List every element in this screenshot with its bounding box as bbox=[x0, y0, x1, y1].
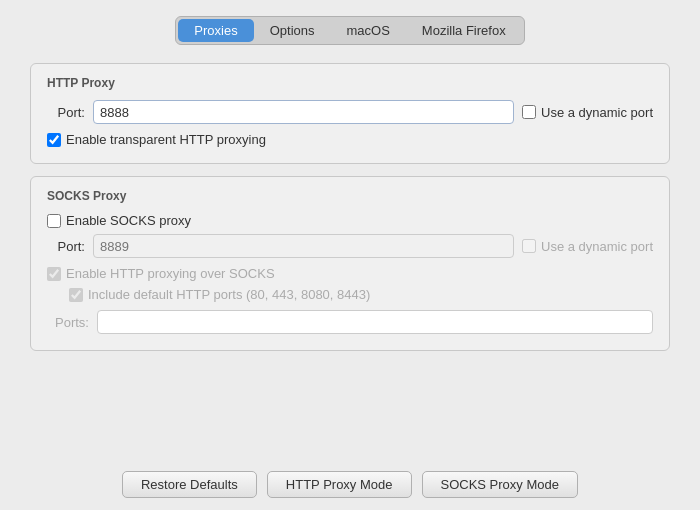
http-transparent-label[interactable]: Enable transparent HTTP proxying bbox=[47, 132, 266, 147]
http-proxy-mode-button[interactable]: HTTP Proxy Mode bbox=[267, 471, 412, 498]
socks-http-over-socks-checkbox bbox=[47, 267, 61, 281]
socks-port-label: Port: bbox=[47, 239, 85, 254]
http-dynamic-port-label[interactable]: Use a dynamic port bbox=[522, 105, 653, 120]
http-port-label: Port: bbox=[47, 105, 85, 120]
tab-macos[interactable]: macOS bbox=[331, 19, 406, 42]
socks-ports-label: Ports: bbox=[47, 315, 89, 330]
socks-proxy-title: SOCKS Proxy bbox=[47, 189, 653, 203]
tab-proxies[interactable]: Proxies bbox=[178, 19, 253, 42]
socks-proxy-mode-button[interactable]: SOCKS Proxy Mode bbox=[422, 471, 579, 498]
http-proxy-title: HTTP Proxy bbox=[47, 76, 653, 90]
tab-options[interactable]: Options bbox=[254, 19, 331, 42]
socks-dynamic-port-checkbox bbox=[522, 239, 536, 253]
socks-enable-row: Enable SOCKS proxy bbox=[47, 213, 653, 228]
button-bar: Restore Defaults HTTP Proxy Mode SOCKS P… bbox=[122, 471, 578, 498]
tab-firefox[interactable]: Mozilla Firefox bbox=[406, 19, 522, 42]
socks-port-row: Port: Use a dynamic port bbox=[47, 234, 653, 258]
socks-dynamic-port-label: Use a dynamic port bbox=[522, 239, 653, 254]
socks-enable-label[interactable]: Enable SOCKS proxy bbox=[47, 213, 191, 228]
socks-default-ports-row: Include default HTTP ports (80, 443, 808… bbox=[69, 287, 653, 302]
http-proxy-section: HTTP Proxy Port: Use a dynamic port Enab… bbox=[30, 63, 670, 164]
socks-http-over-socks-label: Enable HTTP proxying over SOCKS bbox=[47, 266, 275, 281]
socks-port-input[interactable] bbox=[93, 234, 514, 258]
http-port-input[interactable] bbox=[93, 100, 514, 124]
tab-bar: Proxies Options macOS Mozilla Firefox bbox=[175, 16, 524, 45]
socks-ports-input[interactable] bbox=[97, 310, 653, 334]
http-transparent-row: Enable transparent HTTP proxying bbox=[47, 132, 653, 147]
socks-http-over-socks-row: Enable HTTP proxying over SOCKS bbox=[47, 266, 653, 281]
main-content: HTTP Proxy Port: Use a dynamic port Enab… bbox=[30, 63, 670, 463]
socks-proxy-section: SOCKS Proxy Enable SOCKS proxy Port: Use… bbox=[30, 176, 670, 351]
http-dynamic-port-checkbox[interactable] bbox=[522, 105, 536, 119]
socks-default-ports-label: Include default HTTP ports (80, 443, 808… bbox=[69, 287, 370, 302]
socks-default-ports-checkbox bbox=[69, 288, 83, 302]
socks-ports-row: Ports: bbox=[47, 310, 653, 334]
socks-enable-checkbox[interactable] bbox=[47, 214, 61, 228]
http-port-row: Port: Use a dynamic port bbox=[47, 100, 653, 124]
restore-defaults-button[interactable]: Restore Defaults bbox=[122, 471, 257, 498]
window: Proxies Options macOS Mozilla Firefox HT… bbox=[0, 0, 700, 510]
http-transparent-checkbox[interactable] bbox=[47, 133, 61, 147]
